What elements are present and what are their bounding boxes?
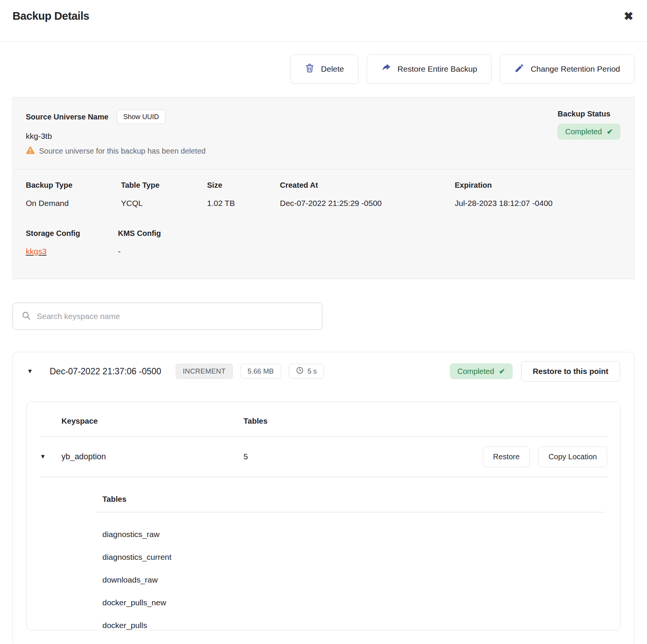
show-uuid-button[interactable]: Show UUID — [117, 110, 165, 124]
nested-tables-list: diagnostics_raw diagnostics_current down… — [102, 530, 605, 630]
divider — [96, 512, 605, 512]
backup-status-label: Backup Status — [557, 110, 620, 118]
expiration-label: Expiration — [455, 181, 620, 190]
duration-text: 5 s — [308, 367, 317, 375]
tables-column-header: Tables — [243, 416, 607, 426]
expiration-value: Jul-28-2023 18:12:07 -0400 — [455, 199, 620, 208]
backup-status-text: Completed — [565, 127, 602, 136]
chevron-down-icon[interactable]: ▼ — [40, 454, 47, 460]
search-input[interactable] — [37, 312, 314, 321]
universe-name: kkg-3tb — [26, 132, 206, 141]
increment-status-text: Completed — [457, 367, 494, 376]
increment-duration-badge: 5 s — [289, 364, 324, 379]
table-type-value: YCQL — [121, 199, 207, 208]
field-kms-config: KMS Config - — [118, 229, 620, 256]
change-retention-period-button[interactable]: Change Retention Period — [500, 54, 634, 84]
fields-row-primary: Backup Type On Demand Table Type YCQL Si… — [26, 181, 620, 208]
fields-row-secondary: Storage Config kkgs3 KMS Config - — [26, 229, 620, 256]
page-title: Backup Details — [13, 10, 89, 22]
restore-button[interactable]: Restore — [483, 446, 530, 467]
trash-icon — [305, 63, 315, 75]
size-label: Size — [207, 181, 280, 190]
list-item: diagnostics_raw — [102, 530, 605, 539]
increment-size-badge: 5.66 MB — [240, 364, 281, 379]
check-icon: ✔ — [499, 367, 505, 376]
restore-entire-backup-button[interactable]: Restore Entire Backup — [367, 54, 492, 84]
nested-tables-section: Tables diagnostics_raw diagnostics_curre… — [96, 477, 605, 630]
field-size: Size 1.02 TB — [207, 181, 280, 208]
list-item: diagnostics_current — [102, 553, 605, 562]
created-at-value: Dec-07-2022 21:25:29 -0500 — [280, 199, 455, 208]
list-item: downloads_raw — [102, 575, 605, 584]
change-retention-period-label: Change Retention Period — [531, 64, 620, 74]
storage-config-label: Storage Config — [26, 229, 118, 238]
kms-config-label: KMS Config — [118, 229, 620, 238]
keyspace-search-box — [13, 303, 322, 330]
warning-text: Source universe for this backup has been… — [39, 147, 206, 156]
row-buttons: Restore Copy Location — [483, 446, 607, 467]
backup-details-modal: Backup Details ✖ Delete — [0, 0, 647, 644]
keyspace-table-card: Keyspace Tables ▼ yb_adoption 5 Restore … — [27, 402, 620, 630]
modal-header: Backup Details ✖ — [0, 0, 647, 42]
backup-status-block: Backup Status Completed ✔ — [557, 110, 620, 156]
tables-count: 5 — [243, 452, 483, 461]
close-icon[interactable]: ✖ — [624, 10, 633, 23]
backup-status-badge: Completed ✔ — [557, 124, 620, 140]
field-created-at: Created At Dec-07-2022 21:25:29 -0500 — [280, 181, 455, 208]
delete-button-label: Delete — [321, 64, 344, 74]
increment-type-badge: INCREMENT — [176, 364, 233, 379]
source-universe-label-row: Source Universe Name Show UUID — [26, 110, 206, 124]
clock-icon — [296, 366, 304, 376]
copy-location-button[interactable]: Copy Location — [538, 446, 607, 467]
increment-header-row: ▼ Dec-07-2022 21:37:06 -0500 INCREMENT 5… — [13, 352, 634, 380]
modal-content: Delete Restore Entire Backup Change Rete… — [0, 54, 647, 644]
chevron-down-icon[interactable]: ▼ — [27, 368, 35, 374]
increment-timestamp: Dec-07-2022 21:37:06 -0500 — [50, 366, 161, 377]
list-item: docker_pulls_new — [102, 598, 605, 607]
source-universe-label: Source Universe Name — [26, 113, 108, 121]
warning-triangle-icon — [26, 146, 35, 156]
field-expiration: Expiration Jul-28-2023 18:12:07 -0400 — [455, 181, 620, 208]
delete-button[interactable]: Delete — [290, 54, 358, 84]
field-backup-type: Backup Type On Demand — [26, 181, 121, 208]
increment-backup-card: ▼ Dec-07-2022 21:37:06 -0500 INCREMENT 5… — [13, 352, 634, 644]
backup-summary-panel: Source Universe Name Show UUID kkg-3tb — [13, 97, 634, 279]
action-buttons-row: Delete Restore Entire Backup Change Rete… — [13, 54, 634, 84]
keyspace-table-header: Keyspace Tables — [27, 402, 620, 436]
summary-fields-section: Backup Type On Demand Table Type YCQL Si… — [13, 170, 634, 279]
backup-type-value: On Demand — [26, 199, 121, 208]
list-item: docker_pulls — [102, 621, 605, 630]
storage-config-link[interactable]: kkgs3 — [26, 247, 47, 256]
size-value: 1.02 TB — [207, 199, 280, 208]
pencil-icon — [514, 63, 525, 75]
restore-to-this-point-button[interactable]: Restore to this point — [521, 361, 620, 382]
created-at-label: Created At — [280, 181, 455, 190]
keyspace-name: yb_adoption — [61, 452, 243, 462]
search-icon — [21, 311, 31, 322]
keyspace-column-header: Keyspace — [61, 416, 243, 426]
nested-tables-header: Tables — [102, 495, 605, 504]
check-icon: ✔ — [607, 127, 613, 136]
table-type-label: Table Type — [121, 181, 207, 190]
universe-deleted-warning: Source universe for this backup has been… — [26, 146, 206, 156]
summary-top-section: Source Universe Name Show UUID kkg-3tb — [13, 97, 634, 170]
field-table-type: Table Type YCQL — [121, 181, 207, 208]
restore-arrow-icon — [381, 63, 391, 75]
table-row: ▼ yb_adoption 5 Restore Copy Location — [27, 437, 620, 477]
source-universe-block: Source Universe Name Show UUID kkg-3tb — [26, 110, 206, 156]
kms-config-value: - — [118, 247, 620, 256]
backup-type-label: Backup Type — [26, 181, 121, 190]
restore-entire-backup-label: Restore Entire Backup — [397, 64, 477, 74]
field-storage-config: Storage Config kkgs3 — [26, 229, 118, 256]
increment-status-badge: Completed ✔ — [450, 363, 513, 379]
